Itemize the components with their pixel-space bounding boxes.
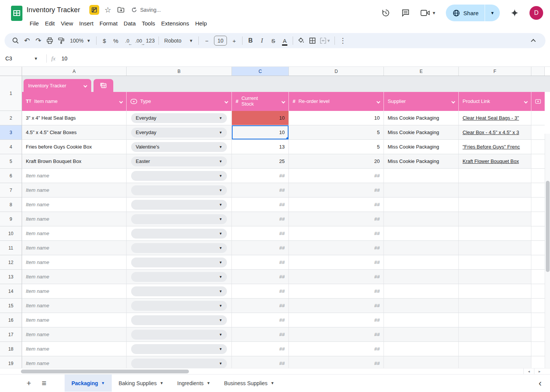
cell-C19[interactable]: ## bbox=[232, 356, 289, 368]
cell-D7[interactable]: ## bbox=[289, 183, 384, 198]
column-header-E[interactable]: E bbox=[384, 67, 459, 76]
cell-D5[interactable]: 20 bbox=[289, 154, 384, 169]
cell-C3[interactable]: 10 bbox=[232, 125, 289, 140]
row-header-8[interactable]: 8 bbox=[0, 198, 22, 212]
type-dropdown-chip[interactable]: ▼ bbox=[131, 171, 227, 181]
select-all-corner[interactable] bbox=[0, 67, 22, 76]
cell-G4[interactable] bbox=[531, 140, 545, 154]
row-header-10[interactable]: 10 bbox=[0, 226, 22, 241]
cell-D14[interactable]: ## bbox=[289, 284, 384, 299]
undo-button[interactable]: ↶ bbox=[21, 35, 33, 46]
cell-D12[interactable]: ## bbox=[289, 255, 384, 270]
cell-A4[interactable]: Fries before Guys Cookie Box bbox=[22, 140, 127, 154]
more-formats-button[interactable]: 123 bbox=[144, 35, 156, 46]
cell-E10[interactable] bbox=[384, 226, 459, 241]
row-header-16[interactable]: 16 bbox=[0, 313, 22, 327]
table-header-current-stock[interactable]: #Current Stock bbox=[232, 92, 289, 111]
cell-G8[interactable] bbox=[531, 198, 545, 212]
cell-G17[interactable] bbox=[531, 327, 545, 342]
cell-E5[interactable]: Miss Cookie Packaging bbox=[384, 154, 459, 169]
type-dropdown-chip[interactable]: Valentine's▼ bbox=[131, 142, 227, 152]
cell-G10[interactable] bbox=[531, 226, 545, 241]
cell-E7[interactable] bbox=[384, 183, 459, 198]
account-avatar[interactable]: D bbox=[529, 6, 543, 20]
menu-format[interactable]: Format bbox=[97, 19, 121, 28]
sheet-tab-ingredients[interactable]: Ingredients▼ bbox=[170, 375, 217, 392]
cell-D3[interactable]: 5 bbox=[289, 125, 384, 140]
cell-B7[interactable]: ▼ bbox=[127, 183, 232, 198]
menu-edit[interactable]: Edit bbox=[42, 19, 58, 28]
vertical-scrollbar-thumb[interactable] bbox=[546, 181, 550, 272]
table-header-supplier[interactable]: Supplier bbox=[384, 92, 459, 111]
horizontal-scrollbar-thumb[interactable] bbox=[21, 370, 189, 373]
cell-E8[interactable] bbox=[384, 198, 459, 212]
cell-F17[interactable] bbox=[459, 327, 531, 342]
cell-B9[interactable]: ▼ bbox=[127, 212, 232, 226]
move-folder-icon[interactable] bbox=[117, 6, 125, 14]
cell-D19[interactable]: ## bbox=[289, 356, 384, 368]
share-button[interactable]: Share bbox=[446, 5, 485, 21]
zoom-select[interactable]: 100%▼ bbox=[67, 38, 94, 44]
table-header-partial[interactable] bbox=[531, 92, 545, 111]
cell-E16[interactable] bbox=[384, 313, 459, 327]
row-header-17[interactable]: 17 bbox=[0, 327, 22, 342]
cell-F18[interactable] bbox=[459, 342, 531, 356]
cell-C18[interactable]: ## bbox=[232, 342, 289, 356]
fill-handle[interactable] bbox=[286, 137, 289, 140]
cell-D8[interactable]: ## bbox=[289, 198, 384, 212]
cell-C9[interactable]: ## bbox=[232, 212, 289, 226]
cell-G6[interactable] bbox=[531, 169, 545, 183]
cell-B13[interactable]: ▼ bbox=[127, 270, 232, 284]
cell-D16[interactable]: ## bbox=[289, 313, 384, 327]
menu-extensions[interactable]: Extensions bbox=[158, 19, 192, 28]
cell-G2[interactable] bbox=[531, 111, 545, 125]
cell-F7[interactable] bbox=[459, 183, 531, 198]
cell-F10[interactable] bbox=[459, 226, 531, 241]
row-header-7[interactable]: 7 bbox=[0, 183, 22, 198]
cell-G3[interactable] bbox=[531, 125, 545, 140]
vertical-scrollbar[interactable]: ▴ ▾ bbox=[545, 134, 550, 368]
add-sheet-button[interactable]: + bbox=[21, 376, 36, 391]
cell-A10[interactable]: Item name bbox=[22, 226, 127, 241]
cell-A16[interactable]: Item name bbox=[22, 313, 127, 327]
cell-F9[interactable] bbox=[459, 212, 531, 226]
gemini-sparkle-icon[interactable] bbox=[510, 8, 520, 18]
cell-E4[interactable]: Miss Cookie Packaging bbox=[384, 140, 459, 154]
cell-C16[interactable]: ## bbox=[232, 313, 289, 327]
cell-C14[interactable]: ## bbox=[232, 284, 289, 299]
cell-B17[interactable]: ▼ bbox=[127, 327, 232, 342]
type-dropdown-chip[interactable]: ▼ bbox=[131, 200, 227, 210]
scroll-right-icon[interactable]: ▸ bbox=[534, 368, 545, 374]
cell-A7[interactable]: Item name bbox=[22, 183, 127, 198]
cell-A14[interactable]: Item name bbox=[22, 284, 127, 299]
menu-tools[interactable]: Tools bbox=[139, 19, 158, 28]
increase-decimal-button[interactable]: .00→ bbox=[133, 35, 144, 46]
product-link[interactable]: Clear Heat Seal Bags - 3" bbox=[463, 115, 519, 121]
cell-A15[interactable]: Item name bbox=[22, 299, 127, 313]
menu-help[interactable]: Help bbox=[192, 19, 210, 28]
row-header-2[interactable]: 2 bbox=[0, 111, 22, 125]
type-dropdown-chip[interactable]: ▼ bbox=[131, 214, 227, 224]
cell-F4[interactable]: "Fries Before Guys" Frenc bbox=[459, 140, 531, 154]
cell-G12[interactable] bbox=[531, 255, 545, 270]
cell-A9[interactable]: Item name bbox=[22, 212, 127, 226]
share-options-caret[interactable]: ▼ bbox=[485, 5, 500, 21]
column-header-D[interactable]: D bbox=[289, 67, 384, 76]
format-percent-button[interactable]: % bbox=[110, 35, 122, 46]
more-toolbar-button[interactable]: ⋮ bbox=[337, 35, 349, 46]
cell-G7[interactable] bbox=[531, 183, 545, 198]
format-currency-button[interactable]: $ bbox=[99, 35, 110, 46]
type-dropdown-chip[interactable]: Everyday▼ bbox=[131, 128, 227, 138]
table-header-type[interactable]: Type bbox=[127, 92, 232, 111]
cell-G11[interactable] bbox=[531, 241, 545, 255]
cell-C8[interactable]: ## bbox=[232, 198, 289, 212]
table-menu-chip[interactable] bbox=[94, 79, 113, 92]
cell-G14[interactable] bbox=[531, 284, 545, 299]
cell-D11[interactable]: ## bbox=[289, 241, 384, 255]
row-header-15[interactable]: 15 bbox=[0, 299, 22, 313]
cell-C13[interactable]: ## bbox=[232, 270, 289, 284]
cell-C7[interactable]: ## bbox=[232, 183, 289, 198]
collapse-panel-icon[interactable]: ‹ bbox=[539, 379, 542, 388]
paint-format-button[interactable] bbox=[55, 35, 67, 46]
cell-F3[interactable]: Clear Box - 4.5" x 4.5" x 3 bbox=[459, 125, 531, 140]
